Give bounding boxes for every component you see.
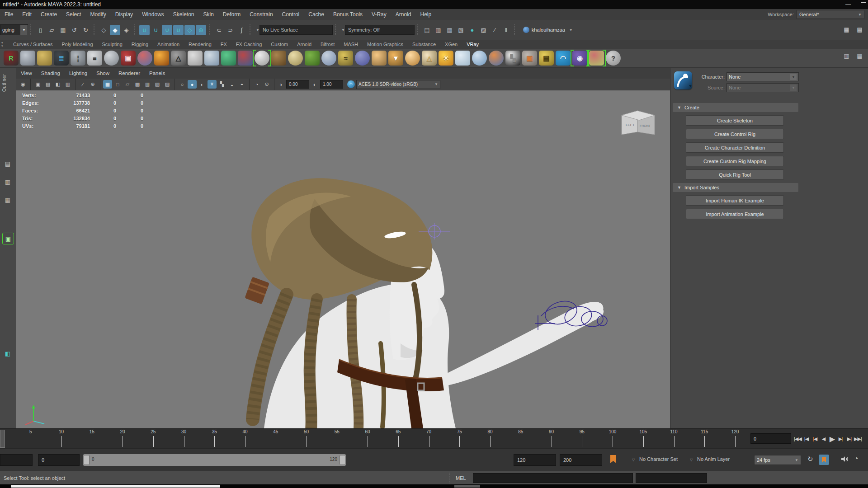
four-pane-icon[interactable]: ▦ bbox=[2, 194, 13, 205]
vray-sphere-env-icon[interactable] bbox=[255, 51, 269, 66]
section-header-create[interactable]: ▼Create bbox=[673, 103, 798, 112]
xray-icon[interactable]: ◔ bbox=[252, 80, 261, 89]
new-scene-icon[interactable]: ▯ bbox=[35, 25, 46, 35]
shelf-tab-vray[interactable]: VRay bbox=[462, 40, 483, 49]
live-surface-field[interactable]: No Live Surface bbox=[259, 25, 333, 35]
render-region-icon[interactable]: ▦ bbox=[444, 25, 455, 35]
menu-deform[interactable]: Deform bbox=[218, 9, 245, 20]
render-view-icon[interactable]: ▤ bbox=[422, 25, 432, 35]
maximize-button[interactable] bbox=[861, 2, 866, 7]
use-all-lights-icon[interactable]: ☀ bbox=[208, 80, 217, 89]
vray-material-sphere-icon[interactable] bbox=[104, 51, 119, 66]
shelf-tab-fx[interactable]: FX bbox=[216, 40, 231, 49]
snap-point-icon[interactable]: ∪ bbox=[162, 25, 172, 35]
vray-spheres-icon[interactable] bbox=[137, 51, 152, 66]
shelf-tab-motion-graphics[interactable]: Motion Graphics bbox=[363, 40, 408, 49]
create-control-rig-button[interactable]: Create Control Rig bbox=[686, 129, 784, 139]
grease-pencil-icon[interactable]: ∕ bbox=[78, 80, 87, 89]
menu-select[interactable]: Select bbox=[61, 9, 85, 20]
menu-create[interactable]: Create bbox=[36, 9, 61, 20]
section-header-import-samples[interactable]: ▼Import Samples bbox=[673, 183, 798, 192]
minimize-button[interactable]: — bbox=[845, 1, 851, 8]
playback-end-field[interactable]: 120 bbox=[514, 454, 556, 466]
hypergraph-pane-icon[interactable]: ◧ bbox=[2, 348, 13, 359]
shelf-tab-chevrons[interactable]: ▾▾ bbox=[0, 41, 9, 47]
symmetry-field[interactable]: Symmetry: Off bbox=[345, 25, 415, 35]
film-gate-icon[interactable]: □ bbox=[113, 80, 122, 89]
chevron-down-icon[interactable]: ▼ bbox=[256, 28, 259, 32]
exposure-icon[interactable]: ◑ bbox=[277, 80, 284, 89]
character-set-selector[interactable]: No Character Set bbox=[639, 456, 678, 462]
vray-dome-texture-icon[interactable] bbox=[238, 51, 253, 66]
select-object-icon[interactable]: ◆ bbox=[110, 25, 120, 35]
current-time-indicator[interactable] bbox=[0, 430, 5, 448]
vray-mesh-light-icon[interactable]: △ bbox=[171, 51, 186, 66]
snap-curve-icon[interactable]: ∪ bbox=[151, 25, 161, 35]
panel-menu-show[interactable]: Show bbox=[92, 68, 114, 79]
step-back-key-button[interactable]: |◀ bbox=[811, 433, 819, 444]
vray-texture-brown-icon[interactable] bbox=[271, 51, 286, 66]
ocio-icon[interactable]: ◠ bbox=[347, 80, 355, 88]
shadows-icon[interactable]: ▚ bbox=[217, 80, 226, 89]
shelf-tab-substance[interactable]: Substance bbox=[408, 40, 440, 49]
vray-ies-light-icon[interactable] bbox=[221, 51, 236, 66]
character-dropdown[interactable]: None ▼ bbox=[726, 72, 799, 81]
menu-bonus-tools[interactable]: Bonus Tools bbox=[329, 9, 367, 20]
shelf-tab-sculpting[interactable]: Sculpting bbox=[98, 40, 127, 49]
panel-menu-lighting[interactable]: Lighting bbox=[65, 68, 92, 79]
undo-icon[interactable]: ↺ bbox=[69, 25, 80, 35]
vray-wrap-sphere-icon[interactable] bbox=[355, 51, 370, 66]
panel-menu-renderer[interactable]: Renderer bbox=[114, 68, 145, 79]
menu-constrain[interactable]: Constrain bbox=[245, 9, 277, 20]
chevron-down-icon[interactable]: ▼ bbox=[341, 28, 345, 32]
current-frame-field[interactable]: 0 bbox=[750, 433, 791, 444]
image-plane-icon[interactable]: ▥ bbox=[63, 80, 72, 89]
vray-spot-light-icon[interactable]: △ bbox=[422, 51, 437, 66]
make-live-icon[interactable]: ⊕ bbox=[196, 25, 206, 35]
snap-view-plane-icon[interactable]: ◇ bbox=[184, 25, 195, 35]
vray-toon-icon[interactable]: ◉ bbox=[572, 51, 587, 66]
gate-mask-icon[interactable]: ▩ bbox=[133, 80, 142, 89]
workspace-selector[interactable]: Workspace: General*▼ bbox=[768, 9, 864, 20]
redo-icon[interactable]: ↻ bbox=[80, 25, 91, 35]
panel-menu-view[interactable]: View bbox=[16, 68, 37, 79]
vray-striped-sphere-icon[interactable] bbox=[489, 51, 504, 66]
pause-viewport-icon[interactable]: ‖ bbox=[501, 25, 511, 35]
vray-render-settings-icon[interactable]: ▣ bbox=[522, 51, 537, 66]
shelf-tab-rigging[interactable]: Rigging bbox=[127, 40, 153, 49]
step-forward-key-button[interactable]: ▶| bbox=[837, 433, 844, 444]
safe-title-icon[interactable]: ▨ bbox=[163, 80, 172, 89]
input-connections-icon[interactable]: ⊂ bbox=[214, 25, 224, 35]
attribute-editor-icon[interactable]: ▤ bbox=[854, 24, 865, 35]
user-account-menu[interactable]: khalouihamzaa ▼ bbox=[523, 27, 573, 33]
shelf-tab-mash[interactable]: MASH bbox=[339, 40, 363, 49]
shelf-tab-custom[interactable]: Custom bbox=[266, 40, 292, 49]
snap-grid-icon[interactable]: ∪ bbox=[139, 25, 150, 35]
menu-skeleton[interactable]: Skeleton bbox=[169, 9, 199, 20]
group-handle[interactable] bbox=[449, 473, 450, 483]
two-pane-icon[interactable]: ▥ bbox=[2, 176, 13, 187]
lighting-select-icon[interactable]: ◉ bbox=[19, 80, 28, 89]
step-forward-frame-button[interactable]: ▶| bbox=[845, 433, 853, 444]
create-custom-rig-mapping-button[interactable]: Create Custom Rig Mapping bbox=[686, 156, 784, 166]
shelf-tab-rendering[interactable]: Rendering bbox=[184, 40, 216, 49]
menu-display[interactable]: Display bbox=[111, 9, 137, 20]
wireframe-mode-icon[interactable]: ○ bbox=[178, 80, 187, 89]
select-hierarchy-icon[interactable]: ◇ bbox=[99, 25, 109, 35]
vray-clipper-icon[interactable] bbox=[188, 51, 203, 66]
range-start-handle[interactable] bbox=[84, 455, 90, 465]
playback-start-field[interactable]: 0 bbox=[38, 454, 80, 466]
shelf-tab-animation[interactable]: Animation bbox=[153, 40, 184, 49]
create-character-definition-button[interactable]: Create Character Definition bbox=[686, 142, 784, 153]
mel-toggle[interactable]: MEL bbox=[456, 471, 466, 485]
vray-physical-camera-icon[interactable]: ▣ bbox=[121, 51, 136, 66]
vray-lattice-sphere-icon[interactable] bbox=[288, 51, 303, 66]
go-to-start-button[interactable]: |◀◀ bbox=[794, 433, 802, 444]
vray-light-lister-icon[interactable]: ▤ bbox=[539, 51, 554, 66]
mute-icon[interactable] bbox=[840, 455, 849, 465]
output-connections-icon[interactable]: ⊃ bbox=[225, 25, 236, 35]
menu-arnold[interactable]: Arnold bbox=[391, 9, 416, 20]
motion-blur-icon[interactable]: ◓ bbox=[237, 80, 246, 89]
vray-vrscene-icon[interactable]: R bbox=[4, 51, 19, 66]
group-handle[interactable] bbox=[417, 24, 419, 35]
